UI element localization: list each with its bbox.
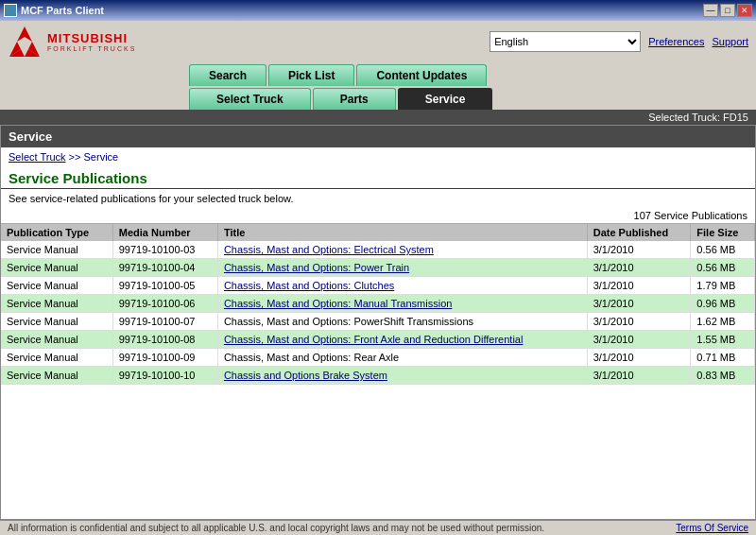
cell-media-number: 99719-10100-07 xyxy=(112,313,217,331)
footer-disclaimer: All information is confidential and subj… xyxy=(8,523,544,533)
cell-title[interactable]: Chassis, Mast and Options: Power Train xyxy=(217,259,587,277)
cell-date: 3/1/2010 xyxy=(587,241,691,259)
tab-picklist[interactable]: Pick List xyxy=(268,64,354,86)
minimize-button[interactable]: — xyxy=(703,4,718,17)
svg-marker-0 xyxy=(25,26,32,42)
publications-table-container[interactable]: Publication Type Media Number Title Date… xyxy=(1,223,755,519)
cell-media-number: 99719-10100-05 xyxy=(112,277,217,295)
table-header-row: Publication Type Media Number Title Date… xyxy=(1,224,755,241)
publications-description: See service-related publications for you… xyxy=(1,189,755,208)
cell-date: 3/1/2010 xyxy=(587,313,691,331)
cell-pub-type: Service Manual xyxy=(1,295,112,313)
cell-title[interactable]: Chassis, Mast and Options: Clutches xyxy=(217,277,587,295)
nav-tabs-row2: Select Truck Parts Service xyxy=(0,86,756,110)
table-row: Service Manual99719-10100-05Chassis, Mas… xyxy=(1,277,755,295)
col-size: File Size xyxy=(691,224,755,241)
preferences-link[interactable]: Preferences xyxy=(648,36,704,47)
col-title: Title xyxy=(217,224,587,241)
tab-search[interactable]: Search xyxy=(189,64,266,86)
table-row: Service Manual99719-10100-08Chassis, Mas… xyxy=(1,331,755,349)
cell-pub-type: Service Manual xyxy=(1,331,112,349)
cell-media-number: 99719-10100-10 xyxy=(112,367,217,385)
header: MITSUBISHI FORKLIFT TRUCKS English Spani… xyxy=(0,21,756,62)
logo-tagline: FORKLIFT TRUCKS xyxy=(47,45,136,52)
logo-name: MITSUBISHI xyxy=(47,31,136,45)
cell-media-number: 99719-10100-08 xyxy=(112,331,217,349)
table-row: Service Manual99719-10100-07Chassis, Mas… xyxy=(1,313,755,331)
cell-title[interactable]: Chassis, Mast and Options: Front Axle an… xyxy=(217,331,587,349)
breadcrumb-current: Service xyxy=(84,151,119,163)
cell-size: 0.56 MB xyxy=(691,259,755,277)
table-row: Service Manual99719-10100-06Chassis, Mas… xyxy=(1,295,755,313)
publications-count: 107 Service Publications xyxy=(1,208,755,223)
cell-date: 3/1/2010 xyxy=(587,349,691,367)
cell-media-number: 99719-10100-09 xyxy=(112,349,217,367)
mitsubishi-logo: MITSUBISHI FORKLIFT TRUCKS xyxy=(8,25,136,59)
cell-size: 0.83 MB xyxy=(691,367,755,385)
cell-date: 3/1/2010 xyxy=(587,277,691,295)
table-body: Service Manual99719-10100-03Chassis, Mas… xyxy=(1,241,755,385)
cell-date: 3/1/2010 xyxy=(587,259,691,277)
table-row: Service Manual99719-10100-03Chassis, Mas… xyxy=(1,241,755,259)
main-content: Service Select Truck >> Service Service … xyxy=(0,125,756,520)
cell-pub-type: Service Manual xyxy=(1,241,112,259)
col-pub-type: Publication Type xyxy=(1,224,112,241)
cell-size: 1.55 MB xyxy=(691,331,755,349)
header-right: English Spanish French German Preference… xyxy=(490,31,748,52)
maximize-button[interactable]: □ xyxy=(720,4,735,17)
tab-service[interactable]: Service xyxy=(398,88,493,110)
titlebar-left: MCF Parts Client xyxy=(4,4,104,17)
selected-truck-bar: Selected Truck: FD15 xyxy=(0,110,756,125)
cell-pub-type: Service Manual xyxy=(1,259,112,277)
cell-pub-type: Service Manual xyxy=(1,367,112,385)
publications-heading: Service Publications xyxy=(1,166,755,189)
titlebar-controls: — □ ✕ xyxy=(703,4,752,17)
selected-truck-label: Selected Truck: FD15 xyxy=(648,112,748,123)
tab-parts[interactable]: Parts xyxy=(313,88,396,110)
table-row: Service Manual99719-10100-10Chassis and … xyxy=(1,367,755,385)
footer: All information is confidential and subj… xyxy=(0,520,756,535)
cell-title[interactable]: Chassis, Mast and Options: Electrical Sy… xyxy=(217,241,587,259)
cell-date: 3/1/2010 xyxy=(587,331,691,349)
cell-media-number: 99719-10100-04 xyxy=(112,259,217,277)
svg-marker-1 xyxy=(17,26,25,42)
close-button[interactable]: ✕ xyxy=(737,4,752,17)
tab-content-updates[interactable]: Content Updates xyxy=(356,64,487,86)
cell-date: 3/1/2010 xyxy=(587,295,691,313)
cell-pub-type: Service Manual xyxy=(1,277,112,295)
title-bar: MCF Parts Client — □ ✕ xyxy=(0,0,756,21)
table-row: Service Manual99719-10100-04Chassis, Mas… xyxy=(1,259,755,277)
language-select[interactable]: English Spanish French German xyxy=(490,31,641,52)
cell-title: Chassis, Mast and Options: Rear Axle xyxy=(217,349,587,367)
col-date: Date Published xyxy=(587,224,691,241)
cell-size: 0.56 MB xyxy=(691,241,755,259)
col-media-number: Media Number xyxy=(112,224,217,241)
cell-size: 0.71 MB xyxy=(691,349,755,367)
section-title: Service xyxy=(9,129,52,144)
app-title: MCF Parts Client xyxy=(21,5,104,16)
cell-size: 0.96 MB xyxy=(691,295,755,313)
mitsubishi-diamond-icon xyxy=(8,25,42,59)
cell-pub-type: Service Manual xyxy=(1,349,112,367)
table-row: Service Manual99719-10100-09Chassis, Mas… xyxy=(1,349,755,367)
publications-table: Publication Type Media Number Title Date… xyxy=(1,224,755,385)
breadcrumb: Select Truck >> Service xyxy=(1,147,755,166)
breadcrumb-select-truck[interactable]: Select Truck xyxy=(9,151,66,163)
cell-media-number: 99719-10100-03 xyxy=(112,241,217,259)
cell-pub-type: Service Manual xyxy=(1,313,112,331)
terms-of-service-link[interactable]: Terms Of Service xyxy=(676,523,748,533)
tab-select-truck[interactable]: Select Truck xyxy=(189,88,311,110)
cell-size: 1.79 MB xyxy=(691,277,755,295)
breadcrumb-separator: >> xyxy=(69,151,81,163)
nav-tabs-row1: Search Pick List Content Updates xyxy=(0,62,756,86)
cell-media-number: 99719-10100-06 xyxy=(112,295,217,313)
support-link[interactable]: Support xyxy=(712,36,748,47)
cell-title[interactable]: Chassis, Mast and Options: Manual Transm… xyxy=(217,295,587,313)
cell-date: 3/1/2010 xyxy=(587,367,691,385)
section-header: Service xyxy=(1,126,755,147)
cell-size: 1.62 MB xyxy=(691,313,755,331)
app-icon xyxy=(4,4,17,17)
cell-title: Chassis, Mast and Options: PowerShift Tr… xyxy=(217,313,587,331)
cell-title[interactable]: Chassis and Options Brake System xyxy=(217,367,587,385)
